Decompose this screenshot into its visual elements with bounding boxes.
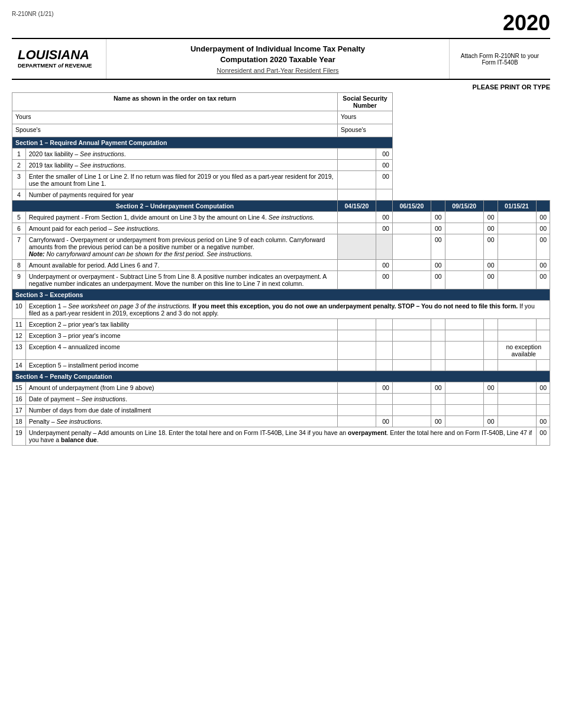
line13-col1[interactable] — [337, 342, 376, 360]
line6-col4[interactable] — [498, 223, 536, 234]
col3-header: 09/15/20 — [445, 201, 483, 212]
line17-col3[interactable] — [445, 405, 483, 416]
line9-col4[interactable] — [498, 271, 536, 289]
line1-num: 1 — [12, 149, 26, 160]
line9-col3[interactable] — [445, 271, 483, 289]
line14-col1[interactable] — [337, 360, 376, 371]
line11-col2[interactable] — [392, 319, 431, 330]
line8-col4[interactable] — [498, 260, 536, 271]
line6-col3[interactable] — [445, 223, 483, 234]
line16-col3[interactable] — [445, 394, 483, 405]
line6-c3: 00 — [483, 223, 498, 234]
line5-c4: 00 — [536, 212, 550, 223]
line6-col2[interactable] — [392, 223, 431, 234]
line9-col1[interactable] — [337, 271, 376, 289]
line14-c4 — [536, 360, 550, 371]
spacer1 — [376, 201, 392, 212]
spouses-ssn-field[interactable]: Spouse's — [337, 124, 392, 137]
line6-c4: 00 — [536, 223, 550, 234]
line18-col1[interactable] — [337, 416, 376, 427]
line3-cents: 00 — [376, 171, 392, 189]
line15-col1[interactable] — [337, 382, 376, 394]
line9-num: 9 — [12, 271, 26, 289]
line12-col2[interactable] — [392, 330, 431, 342]
line1-data[interactable] — [337, 149, 376, 160]
line16-col4[interactable] — [498, 394, 536, 405]
line5-col4[interactable] — [498, 212, 536, 223]
line7-col3[interactable] — [445, 234, 483, 260]
line12-col3[interactable] — [445, 330, 483, 342]
line5-col3[interactable] — [445, 212, 483, 223]
line11-col1[interactable] — [337, 319, 376, 330]
form-title-line1: Underpayment of Individual Income Tax Pe… — [118, 44, 437, 54]
line12-col1[interactable] — [337, 330, 376, 342]
line17-col1[interactable] — [337, 405, 376, 416]
line7-c2: 00 — [431, 234, 445, 260]
line14-num: 14 — [12, 360, 26, 371]
line12-c2 — [431, 330, 445, 342]
line9-c4: 00 — [536, 271, 550, 289]
line14-col4[interactable] — [498, 360, 536, 371]
line9-c2: 00 — [431, 271, 445, 289]
spouses-name-field[interactable]: Spouse's — [12, 124, 338, 137]
name-header: Name as shown in the order on tax return — [12, 93, 338, 111]
line12-col4[interactable] — [498, 330, 536, 342]
line18-col3[interactable] — [445, 416, 483, 427]
line18-col2[interactable] — [392, 416, 431, 427]
line14-c1 — [376, 360, 392, 371]
line5-c3: 00 — [483, 212, 498, 223]
line17-col4[interactable] — [498, 405, 536, 416]
logo-dept: DEPARTMENT of REVENUE — [18, 62, 100, 69]
line13-desc: Exception 4 – annualized income — [25, 342, 337, 360]
line13-col3[interactable] — [445, 342, 483, 360]
line14-c2 — [431, 360, 445, 371]
line8-c1: 00 — [376, 260, 392, 271]
line13-col2[interactable] — [392, 342, 431, 360]
col2-header: 06/15/20 — [392, 201, 431, 212]
line13-c3 — [483, 342, 498, 360]
line17-col2[interactable] — [392, 405, 431, 416]
section2-header: Section 2 – Underpayment Computation — [12, 201, 338, 212]
line11-desc: Exception 2 – prior year's tax liability — [25, 319, 337, 330]
line15-col3[interactable] — [445, 382, 483, 394]
line18-col4[interactable] — [498, 416, 536, 427]
line3-data[interactable] — [337, 171, 376, 189]
line14-col3[interactable] — [445, 360, 483, 371]
line4-data[interactable] — [337, 189, 376, 201]
line8-col1[interactable] — [337, 260, 376, 271]
line5-c1: 00 — [376, 212, 392, 223]
line10-num: 10 — [12, 301, 26, 319]
line18-c4: 00 — [536, 416, 550, 427]
line5-col2[interactable] — [392, 212, 431, 223]
line15-col4[interactable] — [498, 382, 536, 394]
line17-num: 17 — [12, 405, 26, 416]
line16-col2[interactable] — [392, 394, 431, 405]
line9-c3: 00 — [483, 271, 498, 289]
line2-num: 2 — [12, 160, 26, 171]
line2-desc: 2019 tax liability – See instructions. — [25, 160, 337, 171]
line2-data[interactable] — [337, 160, 376, 171]
line15-c1: 00 — [376, 382, 392, 394]
line12-desc: Exception 3 – prior year's income — [25, 330, 337, 342]
yours-ssn-field[interactable]: Yours — [337, 111, 392, 124]
line7-num: 7 — [12, 234, 26, 260]
line9-col2[interactable] — [392, 271, 431, 289]
line15-c2: 00 — [431, 382, 445, 394]
line8-col3[interactable] — [445, 260, 483, 271]
line6-col1[interactable] — [337, 223, 376, 234]
line5-num: 5 — [12, 212, 26, 223]
line11-col4[interactable] — [498, 319, 536, 330]
yours-name-field[interactable]: Yours — [12, 111, 338, 124]
line10-desc: Exception 1 – See worksheet on page 3 of… — [25, 301, 550, 319]
line15-col2[interactable] — [392, 382, 431, 394]
line7-col2[interactable] — [392, 234, 431, 260]
line18-c2: 00 — [431, 416, 445, 427]
line11-col3[interactable] — [445, 319, 483, 330]
line7-desc: Carryforward - Overpayment or underpayme… — [25, 234, 337, 260]
line8-col2[interactable] — [392, 260, 431, 271]
line14-col2[interactable] — [392, 360, 431, 371]
line7-col4[interactable] — [498, 234, 536, 260]
line7-c3: 00 — [483, 234, 498, 260]
line5-col1[interactable] — [337, 212, 376, 223]
line16-col1[interactable] — [337, 394, 376, 405]
